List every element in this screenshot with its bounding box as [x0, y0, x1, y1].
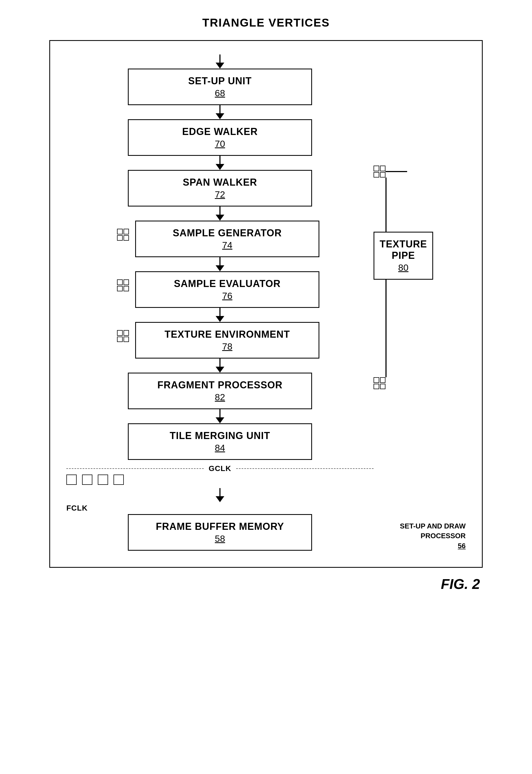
block-label-setup: SET-UP UNIT — [131, 75, 309, 87]
small-sq-icon-2 — [82, 475, 92, 485]
vline-right-2 — [385, 280, 387, 377]
block-label-span: SPAN WALKER — [131, 177, 309, 188]
page-title: TRIANGLE VERTICES — [49, 16, 483, 29]
gclk-separator-row: GCLK — [66, 464, 374, 473]
left-icon-area-3 — [117, 322, 129, 342]
grid-cell — [380, 377, 386, 383]
fclk-separator-row: FCLK — [66, 504, 374, 513]
block-num-sampgen: 74 — [139, 240, 316, 250]
block-num-texenv: 78 — [139, 341, 316, 352]
block-sample-evaluator: SAMPLE EVALUATOR 76 — [135, 271, 319, 308]
grid-cell — [117, 279, 123, 285]
block-label-frag: FRAGMENT PROCESSOR — [131, 379, 309, 391]
left-icon-area-2 — [117, 271, 129, 291]
line-4 — [219, 257, 220, 265]
block-span-walker: SPAN WALKER 72 — [128, 170, 312, 206]
sample-eval-row: SAMPLE EVALUATOR 76 — [117, 271, 323, 308]
small-sq-icon-3 — [98, 475, 108, 485]
grid-cell — [374, 172, 379, 178]
grid-cell — [374, 166, 379, 171]
block-num-span: 72 — [131, 189, 309, 200]
head-6 — [216, 367, 224, 372]
side-column: TEXTURE PIPE 80 SET-UP AND DRAW — [374, 54, 466, 551]
head-2 — [216, 164, 224, 170]
setup-draw-line2: PROCESSOR — [421, 532, 466, 540]
arrow-5 — [216, 308, 224, 322]
arrow-6 — [216, 358, 224, 372]
block-texture-environment: TEXTURE ENVIRONMENT 78 — [135, 322, 319, 358]
block-frame-buffer: FRAME BUFFER MEMORY 58 — [128, 514, 312, 551]
line-8 — [219, 488, 220, 496]
block-tile-merging: TILE MERGING UNIT 84 — [128, 423, 312, 460]
head-7 — [216, 418, 224, 423]
grid-cell — [117, 336, 123, 342]
block-label-tp: TEXTURE PIPE — [377, 238, 430, 261]
block-label-edge: EDGE WALKER — [131, 126, 309, 137]
head-3 — [216, 215, 224, 221]
grid-cell — [124, 279, 129, 285]
grid-icon-span-right — [374, 166, 385, 177]
main-flow: SET-UP UNIT 68 EDGE WALKER 70 — [66, 54, 374, 551]
small-sq-icon-4 — [113, 475, 124, 485]
tex-env-right-icon — [374, 377, 466, 389]
span-walker-right-icon — [374, 166, 466, 177]
horiz-line-span-right — [385, 171, 407, 172]
grid-icon-3 — [117, 330, 129, 342]
grid-icon-tex-env-right — [374, 377, 385, 389]
grid-cell — [374, 377, 379, 383]
block-sample-generator: SAMPLE GENERATOR 74 — [135, 221, 319, 257]
grid-cell — [124, 235, 129, 241]
gclk-label: GCLK — [209, 464, 231, 473]
line-5 — [219, 308, 220, 316]
grid-cell — [117, 235, 123, 241]
arrow-8 — [216, 488, 224, 502]
block-label-fb: FRAME BUFFER MEMORY — [131, 521, 309, 532]
tex-env-row: TEXTURE ENVIRONMENT 78 — [117, 322, 323, 358]
grid-cell — [124, 286, 129, 291]
arrow-7 — [216, 409, 224, 423]
block-num-fb: 58 — [131, 533, 309, 544]
gclk-right-line — [236, 468, 374, 469]
block-fragment-processor: FRAGMENT PROCESSOR 82 — [128, 372, 312, 409]
small-sq-icon-1 — [66, 475, 77, 485]
line-3 — [219, 206, 220, 215]
grid-cell — [117, 330, 123, 336]
grid-cell — [380, 166, 386, 171]
grid-icon-1 — [117, 229, 129, 241]
page: TRIANGLE VERTICES SET-UP UNIT 68 — [49, 16, 483, 592]
spacer-top — [374, 54, 466, 166]
layout: SET-UP UNIT 68 EDGE WALKER 70 — [66, 54, 466, 551]
block-num-frag: 82 — [131, 392, 309, 403]
bottom-icons-row — [66, 475, 124, 485]
block-edge-walker: EDGE WALKER 70 — [128, 119, 312, 156]
grid-cell — [124, 330, 129, 336]
head-5 — [216, 316, 224, 322]
arrow-3 — [216, 206, 224, 221]
block-label-tile: TILE MERGING UNIT — [131, 430, 309, 442]
head-8 — [216, 496, 224, 502]
arrow-line-1 — [219, 54, 220, 63]
arrowhead-1 — [216, 63, 224, 69]
setup-draw-num: 56 — [458, 542, 466, 550]
vline-right-1 — [385, 177, 387, 232]
block-label-texenv: TEXTURE ENVIRONMENT — [139, 329, 316, 340]
block-num-edge: 70 — [131, 138, 309, 149]
fclk-label: FCLK — [66, 504, 88, 513]
grid-icon-2 — [117, 279, 129, 291]
line-6 — [219, 358, 220, 367]
grid-cell — [374, 384, 379, 390]
block-num-setup: 68 — [131, 88, 309, 98]
block-num-sampeval: 76 — [139, 290, 316, 301]
arrow-1 — [216, 105, 224, 119]
line-1 — [219, 105, 220, 113]
arrow-4 — [216, 257, 224, 271]
left-icon-area-1 — [117, 221, 129, 241]
outer-border: SET-UP UNIT 68 EDGE WALKER 70 — [49, 40, 483, 568]
grid-cell — [124, 229, 129, 234]
head-4 — [216, 265, 224, 271]
sample-gen-row: SAMPLE GENERATOR 74 — [117, 221, 323, 257]
grid-cell — [380, 384, 386, 390]
setup-draw-line1: SET-UP AND DRAW — [400, 522, 466, 530]
block-setup-unit: SET-UP UNIT 68 — [128, 69, 312, 105]
arrow-title-to-setup — [216, 54, 224, 69]
